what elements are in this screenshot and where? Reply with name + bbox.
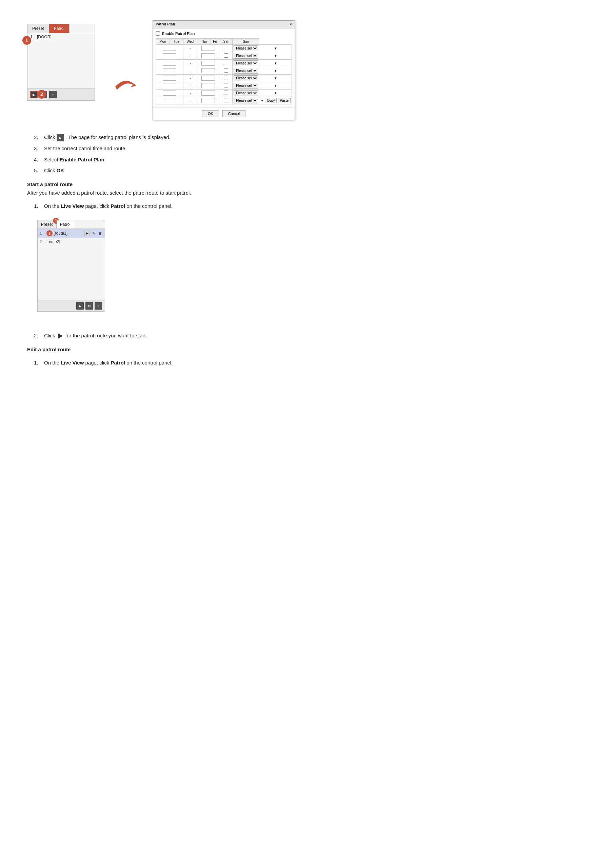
dialog-close-button[interactable]: ×: [290, 22, 292, 27]
route-row-1[interactable]: 1 2 [route1] ▶ ✎ 🗑: [38, 229, 105, 238]
start-patrol-step2: 2. Click for the patrol route you want t…: [27, 332, 587, 340]
route-1-delete-icon[interactable]: 🗑: [97, 231, 103, 236]
step-5: 5. Click OK.: [34, 167, 587, 175]
time-start-4[interactable]: [163, 68, 176, 73]
time-start-7[interactable]: [163, 90, 176, 96]
patrol-routes-list: 1 2 [route1] ▶ ✎ 🗑 2 [route2]: [38, 229, 105, 300]
edit-patrol-steps: 1. On the Live View page, click Patrol o…: [27, 359, 587, 367]
step-3-text: Set the correct patrol time and route.: [44, 145, 126, 153]
table-row: - Please select ▼: [156, 74, 292, 82]
time-end-4[interactable]: [202, 68, 215, 73]
route-1-num: 1: [40, 231, 45, 235]
time-end-2[interactable]: [202, 53, 215, 58]
panel-item-door: 1 [DOOR]: [28, 33, 95, 41]
enable-patrol-plan-checkbox[interactable]: [156, 31, 160, 36]
step-4: 4. Select Enable Patrol Plan.: [34, 156, 587, 164]
edit-step-1-num: 1.: [34, 359, 41, 367]
patrol-play-button[interactable]: ▶: [30, 91, 38, 98]
route-2-label: [route2]: [47, 239, 103, 244]
start-patrol-heading: Start a patrol route: [27, 181, 587, 187]
step-2: 2. Click ▶ . The page for setting patrol…: [34, 133, 587, 141]
tab2-preset[interactable]: Preset 1: [38, 220, 57, 228]
please-select-4[interactable]: Please select: [234, 68, 258, 74]
table-row: - Please select ▼: [156, 90, 292, 97]
please-select-2[interactable]: Please select: [234, 53, 258, 59]
time-start-1[interactable]: [163, 46, 176, 51]
cancel-button[interactable]: Cancel: [222, 110, 245, 117]
ok-button[interactable]: OK: [202, 110, 219, 117]
time-end-3[interactable]: [202, 61, 215, 66]
step-4-text: Select Enable Patrol Plan.: [44, 156, 106, 164]
start-step-1-text: On the Live View page, click Patrol on t…: [44, 202, 172, 210]
edit-step-1-text: On the Live View page, click Patrol on t…: [44, 359, 172, 367]
route-1-edit-icon[interactable]: ✎: [91, 231, 96, 236]
table-row: - Please select ▼: [156, 45, 292, 52]
patrol-plan-table: Mon Tue Wed Thu Fri Sat Sun -: [156, 38, 292, 104]
badge-1: 1: [22, 36, 31, 45]
time-end-7[interactable]: [202, 90, 215, 96]
col-mon: Mon: [156, 39, 170, 45]
time-end-8[interactable]: [202, 98, 215, 103]
start-patrol-steps: 1. On the Live View page, click Patrol o…: [27, 202, 587, 210]
please-select-3[interactable]: Please select: [234, 60, 258, 66]
time-start-6[interactable]: [163, 83, 176, 88]
time-start-8[interactable]: [163, 98, 176, 103]
step-3: 3. Set the correct patrol time and route…: [34, 145, 587, 153]
table-row: - Please select ▼: [156, 82, 292, 90]
please-select-1[interactable]: Please select: [234, 45, 258, 51]
col-sat: Sat: [219, 39, 233, 45]
time-start-2[interactable]: [163, 53, 176, 58]
arrow-icon: [112, 74, 139, 95]
check-fri-1[interactable]: [224, 46, 228, 50]
table-row: - Please select ▼: [156, 67, 292, 74]
time-end-1[interactable]: [202, 46, 215, 51]
step2-icon: ▶: [57, 134, 64, 141]
route-1-play-icon[interactable]: ▶: [84, 231, 90, 236]
time-start-3[interactable]: [163, 61, 176, 66]
check-fri-7[interactable]: [224, 90, 228, 95]
please-select-7[interactable]: Please select: [234, 90, 258, 96]
edit-patrol-heading: Edit a patrol route: [27, 347, 587, 352]
step-4-num: 4.: [34, 156, 41, 164]
time-end-5[interactable]: [202, 76, 215, 81]
check-fri-8[interactable]: [224, 98, 228, 102]
table-row: - Please select ▼: [156, 60, 292, 67]
badge2-2: 2: [47, 230, 53, 236]
col-thu: Thu: [197, 39, 211, 45]
start-step-1-num: 1.: [34, 202, 41, 210]
panel2-play-button[interactable]: ▶: [76, 302, 84, 310]
step-5-text: Click OK.: [44, 167, 65, 175]
check-fri-6[interactable]: [224, 83, 228, 87]
time-start-5[interactable]: [163, 76, 176, 81]
col-sun: Sun: [233, 39, 259, 45]
start-step-2-num: 2.: [34, 332, 41, 340]
edit-step-1: 1. On the Live View page, click Patrol o…: [34, 359, 587, 367]
table-row: - Please select ▼: [156, 52, 292, 60]
check-fri-4[interactable]: [224, 68, 228, 73]
panel2-settings-button[interactable]: ⚙: [85, 302, 93, 310]
tab-preset[interactable]: Preset: [28, 24, 49, 33]
check-fri-3[interactable]: [224, 61, 228, 65]
please-select-6[interactable]: Please select: [234, 83, 258, 88]
copy-button[interactable]: Copy: [265, 98, 277, 103]
start-step-2-text: Click for the patrol route you want to s…: [44, 332, 147, 340]
patrol-add-button[interactable]: +: [49, 91, 57, 98]
enable-patrol-plan-label: Enable Patrol Plan: [162, 31, 195, 36]
panel2-add-button[interactable]: +: [95, 302, 102, 310]
check-fri-5[interactable]: [224, 76, 228, 80]
patrol-plan-dialog: Patrol Plan × Enable Patrol Plan Mon Tue…: [153, 20, 295, 120]
check-fri-2[interactable]: [224, 53, 228, 57]
start-step-1: 1. On the Live View page, click Patrol o…: [34, 202, 587, 210]
time-end-6[interactable]: [202, 83, 215, 88]
please-select-5[interactable]: Please select: [234, 75, 258, 81]
please-select-8[interactable]: Please select: [234, 98, 258, 104]
table-row: - Please select ▼ Copy Paste: [156, 97, 292, 104]
col-fri: Fri: [211, 39, 219, 45]
badge-2: 2: [37, 90, 46, 99]
paste-button[interactable]: Paste: [278, 98, 291, 103]
step-2-text: Click ▶ . The page for setting patrol pl…: [44, 133, 171, 141]
tab2-patrol[interactable]: Patrol: [57, 220, 74, 228]
route-row-2[interactable]: 2 [route2]: [38, 238, 105, 246]
route-2-num: 2: [40, 240, 45, 244]
tab-patrol[interactable]: Patrol: [49, 24, 70, 33]
